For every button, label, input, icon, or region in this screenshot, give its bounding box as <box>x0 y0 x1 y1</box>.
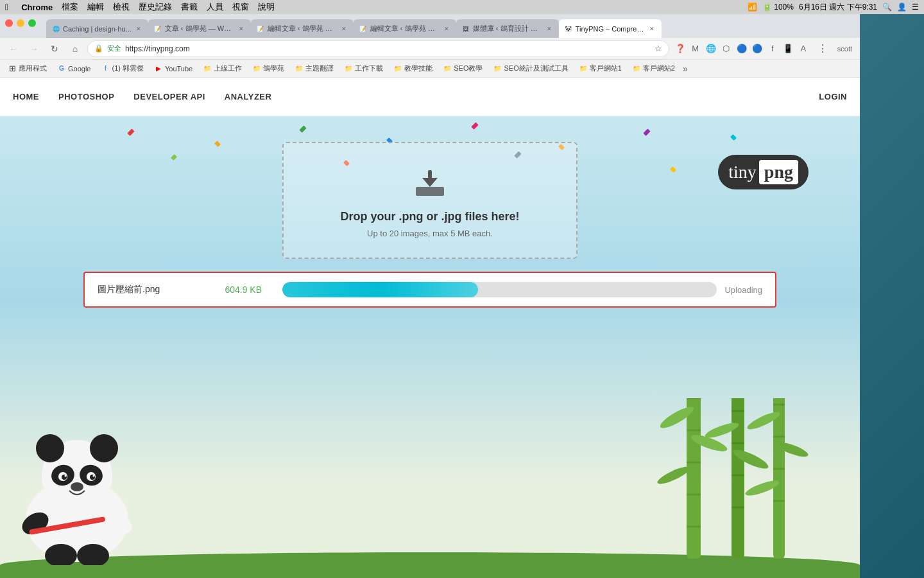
bamboo-right <box>648 398 828 559</box>
tab-edit1[interactable]: 📝 編輯文章 ‹ 鴿學苑 —... ✕ <box>251 19 354 38</box>
nav-photoshop[interactable]: PHOTOSHOP <box>58 92 114 101</box>
apps-label: 應用程式 <box>19 64 47 73</box>
bookmark-facebook[interactable]: f (1) 郭雲傑 <box>97 62 148 74</box>
sidebar-icon-app4[interactable]: M <box>880 156 903 179</box>
url-text[interactable]: https://tinypng.com <box>125 44 190 53</box>
tab-tinypng[interactable]: 🐼 TinyPNG – Compress... ✕ <box>559 19 662 38</box>
svg-point-29 <box>656 464 692 487</box>
sidebar-icon-firefox[interactable]: 🦊 <box>880 79 903 102</box>
menu-list-icon[interactable]: ☰ <box>912 3 919 12</box>
bookmark-seo-tools[interactable]: 📁 SEO統計及測試工具 <box>489 62 572 74</box>
tab-close-5[interactable]: ✕ <box>545 24 554 33</box>
svg-point-6 <box>90 434 118 462</box>
tab-close-3[interactable]: ✕ <box>339 24 348 33</box>
tab-favicon-1: 🌐 <box>51 24 60 33</box>
menu-help[interactable]: 說明 <box>258 1 275 13</box>
bookmark-online[interactable]: 📁 上線工作 <box>199 62 246 74</box>
menu-view[interactable]: 檢視 <box>113 1 130 13</box>
svg-rect-0 <box>416 187 444 196</box>
bookmark-pigeon[interactable]: 📁 鴿學苑 <box>248 62 288 74</box>
svg-point-51 <box>891 271 902 281</box>
home-button[interactable]: ⌂ <box>67 40 83 57</box>
menu-file[interactable]: 檔案 <box>62 1 78 13</box>
tab-close-2[interactable]: ✕ <box>237 24 246 33</box>
tab-close-1[interactable]: ✕ <box>134 24 143 33</box>
sidebar-thumbnail-after[interactable]: 圖片壓縮後.png <box>866 310 918 356</box>
bookmark-theme[interactable]: 📁 主題翻譯 <box>291 62 338 74</box>
sidebar-icon-app5[interactable]: 🔵 <box>880 500 903 523</box>
menu-bookmarks[interactable]: 書籤 <box>181 1 198 13</box>
bookmark-client1[interactable]: 📁 客戶網站1 <box>575 62 626 74</box>
menu-people[interactable]: 人員 <box>207 1 223 13</box>
apps-grid-icon: ⊞ <box>9 64 16 73</box>
menu-search-icon[interactable]: 🔍 <box>882 3 892 12</box>
tab-media[interactable]: 🖼 媒體庫 ‹ 鴿育設計 —... ✕ <box>456 19 559 38</box>
ext-icon-5[interactable]: 🔵 <box>735 42 749 56</box>
sidebar-icon-app3[interactable]: 🎨 <box>880 130 903 153</box>
sidebar-thumbnail-screenshot1[interactable]: 螢幕快照2018-06-...9.26.32 <box>866 19 918 73</box>
tinypng-bottom-scene <box>0 398 860 578</box>
menu-app-name[interactable]: Chrome <box>21 3 53 12</box>
sidebar-icon-word[interactable]: W <box>880 207 903 231</box>
menu-user-icon[interactable]: 👤 <box>897 3 907 12</box>
bookmark-work[interactable]: 📁 工作下載 <box>340 62 387 74</box>
ext-icon-3[interactable]: 🌐 <box>704 42 718 56</box>
ext-icon-1[interactable]: ❓ <box>673 42 687 56</box>
bookmark-star-icon[interactable]: ☆ <box>654 44 662 53</box>
sidebar-icon-pp[interactable]: P <box>880 233 903 256</box>
ext-icon-8[interactable]: 📱 <box>781 42 795 56</box>
bookmark-client2[interactable]: 📁 客戶網站2 <box>628 62 679 74</box>
sidebar-icon-fz[interactable]: FZ <box>880 414 903 437</box>
tab-close-4[interactable]: ✕ <box>442 24 451 33</box>
sidebar-icon-app7[interactable]: 🔵 <box>880 552 903 575</box>
ext-icon-6[interactable]: 🔵 <box>750 42 764 56</box>
bookmark-google[interactable]: G Google <box>53 63 94 74</box>
chrome-titlebar: 🌐 Caching | design-hu... ✕ 📝 文章 ‹ 鴿學苑 — … <box>0 14 860 38</box>
nav-home[interactable]: HOME <box>13 92 39 101</box>
sidebar-icon-app2[interactable]: 🚀 <box>880 105 903 128</box>
reload-button[interactable]: ↻ <box>46 40 63 57</box>
bookmark-seo[interactable]: 📁 SEO教學 <box>439 62 486 74</box>
drop-zone[interactable]: Drop your .png or .jpg files here! Up to… <box>282 142 578 259</box>
menu-history[interactable]: 歷史記錄 <box>139 1 172 13</box>
menu-edit[interactable]: 編輯 <box>87 1 104 13</box>
apple-logo[interactable]:  <box>5 2 8 12</box>
upload-status: Uploading <box>724 285 762 295</box>
minimize-button[interactable] <box>17 19 24 27</box>
close-button[interactable] <box>5 19 13 27</box>
address-bar[interactable]: 🔒 安全 https://tinypng.com ☆ <box>87 40 669 57</box>
apps-shortcut[interactable]: ⊞ 應用程式 <box>5 62 51 74</box>
sidebar-icon-app6[interactable]: 💬 <box>880 526 903 549</box>
sidebar-icon-ps[interactable]: Ps <box>880 388 903 411</box>
chrome-menu-icon[interactable]: ⋮ <box>814 40 831 57</box>
tab-title-1: Caching | design-hu... <box>63 25 132 33</box>
tab-title-5: 媒體庫 ‹ 鴿育設計 —... <box>473 24 542 33</box>
back-button[interactable]: ← <box>5 40 22 57</box>
bookmark-skill[interactable]: 📁 教學技能 <box>389 62 436 74</box>
sidebar-thumbnail-screenshot2[interactable]: 螢幕快照2018-0-...午9.31.18 <box>866 441 918 494</box>
sidebar-icon-excel[interactable]: X <box>880 182 903 205</box>
bookmarks-more-icon[interactable]: » <box>683 64 688 74</box>
ext-icon-4[interactable]: ⬡ <box>719 42 733 56</box>
tab-close-6[interactable]: ✕ <box>647 24 656 33</box>
bookmark-google-label: Google <box>68 65 90 73</box>
ext-icon-9[interactable]: A <box>796 42 810 56</box>
tinypng-navbar: HOME PHOTOSHOP DEVELOPER API ANALYZER LO… <box>0 78 860 116</box>
confetti-3 <box>299 125 306 132</box>
login-button[interactable]: LOGIN <box>819 92 847 101</box>
bookmark-youtube[interactable]: ▶ YouTube <box>150 63 196 74</box>
ext-icon-7[interactable]: f <box>766 42 780 56</box>
tinypng-hero: Drop your .png or .jpg files here! Up to… <box>0 116 860 578</box>
menu-window[interactable]: 視窗 <box>232 1 249 13</box>
sidebar-thumbnail-before[interactable]: 圖片壓縮前.png <box>866 260 918 306</box>
tab-article[interactable]: 📝 文章 ‹ 鴿學苑 — Wor... ✕ <box>148 19 251 38</box>
maximize-button[interactable] <box>28 19 36 27</box>
nav-analyzer[interactable]: ANALYZER <box>225 92 272 101</box>
tab-edit2[interactable]: 📝 編輯文章 ‹ 鴿學苑 —... ✕ <box>354 19 456 38</box>
folder-icon-9: 📁 <box>632 64 641 73</box>
nav-developer-api[interactable]: DEVELOPER API <box>133 92 205 101</box>
forward-button[interactable]: → <box>26 40 42 57</box>
sidebar-icon-chrome[interactable]: 🌐 <box>880 362 903 385</box>
ext-icon-2[interactable]: M <box>689 42 703 56</box>
tab-caching[interactable]: 🌐 Caching | design-hu... ✕ <box>46 19 148 38</box>
